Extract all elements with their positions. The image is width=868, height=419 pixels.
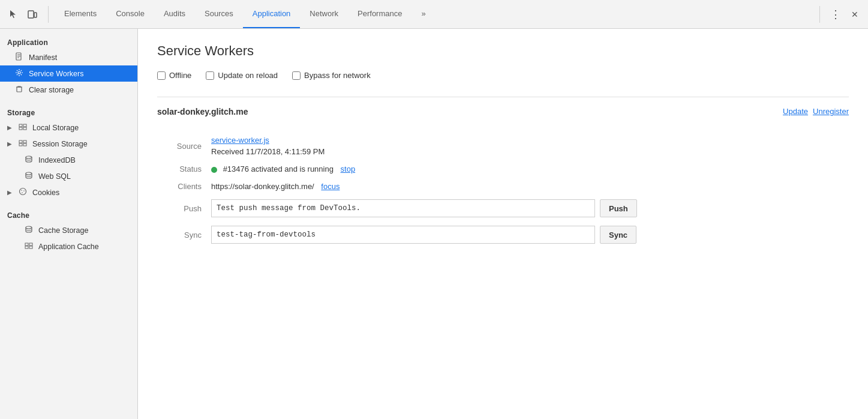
svg-point-14	[26, 172, 32, 175]
indexeddb-icon	[24, 155, 34, 165]
svg-rect-10	[23, 140, 26, 143]
tab-performance[interactable]: Performance	[348, 0, 412, 28]
sidebar-item-local-storage[interactable]: ▶ Local Storage	[0, 119, 137, 136]
sync-row: Sync	[211, 226, 849, 244]
svg-rect-7	[19, 127, 22, 130]
close-devtools-button[interactable]: ✕	[846, 6, 863, 23]
svg-rect-12	[23, 143, 26, 146]
tab-more[interactable]: »	[412, 0, 435, 28]
bypass-for-network-checkbox[interactable]	[292, 71, 301, 80]
offline-label: Offline	[169, 71, 191, 80]
source-link[interactable]: service-worker.js	[211, 136, 269, 145]
sidebar-item-web-sql[interactable]: Web SQL	[0, 168, 137, 184]
update-on-reload-checkbox[interactable]	[206, 71, 214, 80]
sidebar-item-manifest[interactable]: Manifest	[0, 49, 137, 65]
page-title: Service Workers	[157, 43, 849, 59]
svg-rect-22	[25, 246, 28, 249]
svg-point-19	[26, 226, 32, 229]
sidebar-item-cache-storage[interactable]: Cache Storage	[0, 222, 137, 238]
storage-section-label: Storage	[0, 104, 137, 119]
cursor-icon	[8, 10, 18, 19]
offline-checkbox-label[interactable]: Offline	[157, 71, 191, 80]
sync-input-group: Sync	[211, 226, 849, 244]
manifest-label: Manifest	[29, 53, 57, 62]
svg-rect-23	[29, 246, 32, 249]
svg-rect-4	[17, 87, 22, 92]
sidebar-item-service-workers[interactable]: Service Workers	[0, 65, 137, 82]
svg-rect-5	[19, 124, 22, 127]
svg-point-17	[23, 190, 25, 191]
toolbar-right-actions: ⋮ ✕	[819, 6, 863, 23]
worker-details: Source service-worker.js Received 11/7/2…	[157, 136, 849, 244]
tab-sources[interactable]: Sources	[195, 0, 243, 28]
update-on-reload-label: Update on reload	[218, 71, 278, 80]
indexeddb-label: IndexedDB	[38, 156, 76, 164]
push-row: Push	[211, 199, 849, 217]
clients-url: https://solar-donkey.glitch.me/	[211, 182, 314, 191]
stop-link[interactable]: stop	[341, 164, 356, 173]
web-sql-label: Web SQL	[38, 172, 71, 181]
sidebar-item-application-cache[interactable]: Application Cache	[0, 238, 137, 255]
svg-rect-11	[19, 143, 22, 146]
application-cache-label: Application Cache	[38, 243, 99, 251]
source-label: Source	[157, 142, 211, 151]
svg-rect-6	[23, 124, 26, 127]
sidebar-item-cookies[interactable]: ▶ Cookies	[0, 184, 137, 200]
tab-elements[interactable]: Elements	[55, 0, 106, 28]
update-on-reload-checkbox-label[interactable]: Update on reload	[206, 71, 278, 80]
web-sql-icon	[24, 171, 34, 181]
manifest-icon	[14, 52, 24, 62]
offline-checkbox[interactable]	[157, 71, 166, 80]
clients-label: Clients	[157, 182, 211, 191]
sidebar: Application Manifest Service Workers	[0, 29, 138, 419]
chevron-right-icon: ▶	[7, 124, 12, 131]
bypass-for-network-label: Bypass for network	[304, 71, 371, 80]
cache-storage-icon	[24, 225, 34, 235]
svg-rect-0	[28, 11, 34, 18]
bypass-for-network-checkbox-label[interactable]: Bypass for network	[292, 71, 371, 80]
push-button[interactable]: Push	[600, 199, 637, 217]
tab-bar: Elements Console Audits Sources Applicat…	[55, 0, 818, 28]
gear-icon	[14, 68, 24, 79]
application-cache-icon	[24, 241, 34, 252]
tab-application[interactable]: Application	[243, 0, 301, 28]
sidebar-item-clear-storage[interactable]: Clear storage	[0, 82, 137, 98]
sidebar-item-indexeddb[interactable]: IndexedDB	[0, 152, 137, 168]
main-layout: Application Manifest Service Workers	[0, 29, 868, 419]
content-area: Service Workers Offline Update on reload…	[138, 29, 868, 419]
cookies-icon	[18, 187, 28, 197]
svg-point-16	[21, 190, 22, 191]
chevron-right-icon-3: ▶	[7, 189, 12, 196]
chevron-right-icon-2: ▶	[7, 140, 12, 147]
status-value: #13476 activated and is running stop	[211, 164, 849, 173]
session-storage-icon	[18, 139, 28, 149]
tab-console[interactable]: Console	[106, 0, 154, 28]
tab-network[interactable]: Network	[300, 0, 348, 28]
push-input[interactable]	[211, 199, 595, 217]
devtools-toolbar: Elements Console Audits Sources Applicat…	[0, 0, 868, 29]
svg-rect-21	[29, 243, 32, 246]
svg-rect-9	[19, 140, 22, 143]
device-toggle-button[interactable]	[24, 6, 41, 23]
focus-link[interactable]: focus	[321, 182, 340, 191]
status-label: Status	[157, 164, 211, 173]
svg-point-13	[26, 156, 32, 158]
application-section-label: Application	[0, 34, 137, 49]
local-storage-icon	[18, 122, 28, 133]
more-options-button[interactable]: ⋮	[827, 6, 844, 23]
sync-input[interactable]	[211, 226, 595, 244]
worker-card: solar-donkey.glitch.me Update Unregister…	[157, 97, 849, 244]
sync-label: Sync	[157, 231, 211, 240]
service-workers-label: Service Workers	[29, 70, 83, 78]
worker-actions: Update Unregister	[783, 107, 849, 116]
sidebar-item-session-storage[interactable]: ▶ Session Storage	[0, 136, 137, 152]
sync-button[interactable]: Sync	[600, 226, 636, 244]
svg-rect-20	[25, 243, 28, 246]
unregister-button[interactable]: Unregister	[813, 107, 849, 116]
tab-audits[interactable]: Audits	[154, 0, 195, 28]
session-storage-label: Session Storage	[32, 140, 88, 148]
more-vert-icon: ⋮	[830, 8, 841, 21]
source-value: service-worker.js Received 11/7/2018, 4:…	[211, 136, 849, 156]
update-button[interactable]: Update	[783, 107, 808, 116]
cursor-tool-button[interactable]	[5, 6, 22, 23]
